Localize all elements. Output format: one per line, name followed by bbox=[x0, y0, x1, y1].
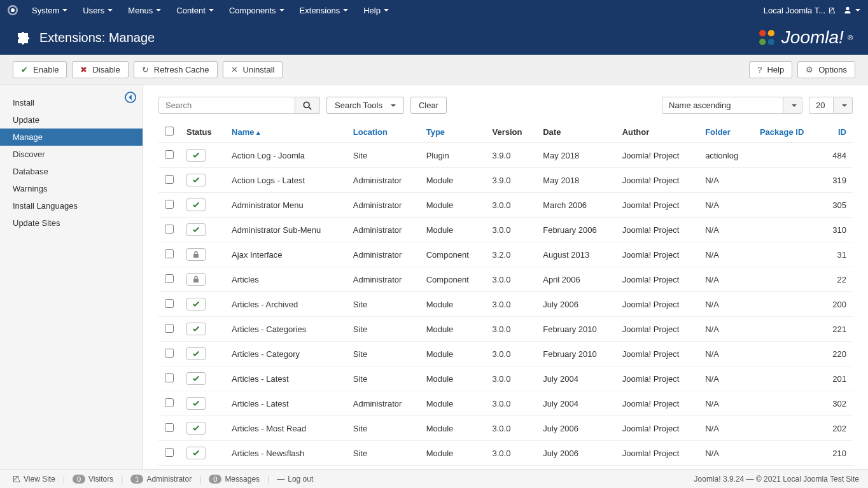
cell-author: Joomla! Project bbox=[616, 317, 699, 342]
col-package-id[interactable]: Package ID bbox=[753, 122, 821, 143]
col-name[interactable]: Name bbox=[225, 122, 347, 143]
status-enabled-button[interactable] bbox=[186, 397, 206, 410]
status-enabled-button[interactable] bbox=[186, 447, 206, 459]
sidebar-item-warnings[interactable]: Warnings bbox=[0, 180, 143, 197]
cell-folder: N/A bbox=[699, 193, 753, 218]
messages-counter[interactable]: 0Messages bbox=[205, 475, 263, 484]
check-icon bbox=[192, 375, 200, 382]
sidebar-item-database[interactable]: Database bbox=[0, 163, 143, 180]
cell-author: Joomla! Project bbox=[616, 242, 699, 267]
options-button[interactable]: ⚙Options bbox=[797, 61, 855, 78]
status-locked-button[interactable] bbox=[186, 248, 206, 261]
status-enabled-button[interactable] bbox=[186, 223, 206, 236]
limit-select[interactable]: 20 bbox=[809, 97, 853, 114]
uninstall-button[interactable]: ✕Uninstall bbox=[223, 61, 283, 78]
menu-system[interactable]: System bbox=[24, 0, 75, 20]
status-enabled-button[interactable] bbox=[186, 174, 206, 186]
cell-id: 220 bbox=[821, 342, 853, 366]
cell-type: Module bbox=[420, 218, 486, 242]
svg-point-4 bbox=[768, 39, 774, 45]
status-enabled-button[interactable] bbox=[186, 323, 206, 335]
help-button[interactable]: ?Help bbox=[749, 61, 792, 78]
cancel-icon: ✖ bbox=[80, 65, 87, 74]
row-checkbox[interactable] bbox=[165, 448, 174, 457]
row-checkbox[interactable] bbox=[165, 324, 174, 333]
admin-counter[interactable]: 1Administrator bbox=[127, 475, 195, 484]
col-id[interactable]: ID bbox=[821, 122, 853, 143]
col-status: Status bbox=[180, 122, 225, 143]
joomla-logo: Joomla!® bbox=[756, 27, 853, 48]
cell-location: Administrator bbox=[347, 267, 420, 292]
user-icon bbox=[843, 6, 852, 15]
cell-folder: N/A bbox=[699, 292, 753, 317]
collapse-sidebar-button[interactable] bbox=[125, 92, 136, 103]
col-author: Author bbox=[616, 122, 699, 143]
check-icon bbox=[192, 325, 200, 333]
cell-version: 3.0.0 bbox=[486, 218, 537, 242]
status-enabled-button[interactable] bbox=[186, 347, 206, 360]
cell-location: Administrator bbox=[347, 242, 420, 267]
col-location[interactable]: Location bbox=[347, 122, 420, 143]
col-type[interactable]: Type bbox=[420, 122, 486, 143]
sidebar-item-update-sites[interactable]: Update Sites bbox=[0, 214, 143, 232]
disable-button[interactable]: ✖Disable bbox=[72, 61, 128, 78]
menu-help[interactable]: Help bbox=[356, 0, 396, 20]
row-checkbox[interactable] bbox=[165, 175, 174, 184]
row-checkbox[interactable] bbox=[165, 299, 174, 308]
refresh-icon: ↻ bbox=[142, 65, 149, 74]
menu-content[interactable]: Content bbox=[169, 0, 221, 20]
sidebar-item-manage[interactable]: Manage bbox=[0, 129, 143, 146]
row-checkbox[interactable] bbox=[165, 200, 174, 209]
cell-date: July 2006 bbox=[536, 441, 615, 466]
visitors-counter[interactable]: 0Visitors bbox=[69, 475, 117, 484]
row-checkbox[interactable] bbox=[165, 349, 174, 358]
cell-version: 3.0.0 bbox=[486, 193, 537, 218]
cell-type: Plugin bbox=[420, 143, 486, 168]
col-folder[interactable]: Folder bbox=[699, 122, 753, 143]
cell-package-id bbox=[753, 143, 821, 168]
menu-components[interactable]: Components bbox=[221, 0, 292, 20]
cell-date: July 2004 bbox=[536, 366, 615, 391]
menu-users[interactable]: Users bbox=[75, 0, 120, 20]
menu-menus[interactable]: Menus bbox=[120, 0, 169, 20]
status-enabled-button[interactable] bbox=[186, 422, 206, 435]
refresh-cache-button[interactable]: ↻Refresh Cache bbox=[134, 61, 218, 78]
cell-folder: actionlog bbox=[699, 143, 753, 168]
search-button[interactable] bbox=[295, 97, 320, 114]
cell-version: 3.0.0 bbox=[486, 317, 537, 342]
sidebar-item-install-languages[interactable]: Install Languages bbox=[0, 197, 143, 214]
row-checkbox[interactable] bbox=[165, 249, 174, 258]
logout-link[interactable]: —Log out bbox=[273, 475, 317, 484]
row-checkbox[interactable] bbox=[165, 373, 174, 382]
row-checkbox[interactable] bbox=[165, 225, 174, 234]
row-checkbox[interactable] bbox=[165, 398, 174, 407]
search-tools-button[interactable]: Search Tools bbox=[326, 97, 404, 114]
status-enabled-button[interactable] bbox=[186, 149, 206, 162]
cell-author: Joomla! Project bbox=[616, 218, 699, 242]
sidebar-item-discover[interactable]: Discover bbox=[0, 146, 143, 163]
enable-button[interactable]: ✔Enable bbox=[13, 61, 67, 78]
cell-version: 3.0.0 bbox=[486, 267, 537, 292]
status-enabled-button[interactable] bbox=[186, 372, 206, 385]
row-checkbox[interactable] bbox=[165, 150, 174, 159]
sort-select[interactable]: Name ascending bbox=[662, 97, 802, 114]
view-site-link[interactable]: View Site bbox=[9, 475, 59, 484]
site-name-link[interactable]: Local Joomla T... bbox=[764, 6, 836, 15]
status-enabled-button[interactable] bbox=[186, 298, 206, 310]
menu-extensions[interactable]: Extensions bbox=[292, 0, 356, 20]
cell-name: Articles - Newsflash bbox=[225, 441, 347, 466]
sidebar-item-install[interactable]: Install bbox=[0, 94, 143, 111]
sidebar-item-update[interactable]: Update bbox=[0, 111, 143, 129]
cell-name: Articles - Archived bbox=[225, 292, 347, 317]
row-checkbox[interactable] bbox=[165, 423, 174, 432]
row-checkbox[interactable] bbox=[165, 274, 174, 283]
user-menu[interactable] bbox=[843, 6, 860, 15]
cell-type: Module bbox=[420, 342, 486, 366]
svg-point-2 bbox=[768, 30, 774, 36]
search-input[interactable] bbox=[158, 97, 295, 114]
select-all-checkbox[interactable] bbox=[165, 127, 174, 136]
status-enabled-button[interactable] bbox=[186, 199, 206, 211]
clear-button[interactable]: Clear bbox=[410, 97, 447, 114]
status-locked-button[interactable] bbox=[186, 273, 206, 286]
cell-folder: N/A bbox=[699, 242, 753, 267]
